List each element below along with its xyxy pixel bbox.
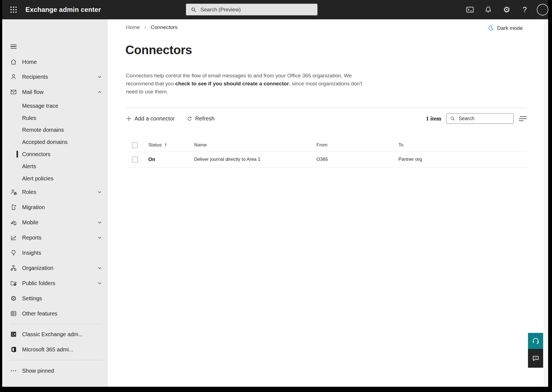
sidebar-item-accepted-domains[interactable]: Accepted domains	[2, 136, 108, 148]
sidebar-item-recipients[interactable]: Recipients	[2, 69, 108, 84]
chevron-down-icon	[97, 190, 102, 194]
table-grid-icon	[10, 310, 17, 317]
mail-icon	[10, 88, 17, 96]
sidebar-item-migration[interactable]: Migration	[2, 200, 108, 215]
left-navigation: Home Recipients Mail flow Message trace …	[2, 19, 108, 387]
column-header-name[interactable]: Name	[194, 142, 316, 148]
select-all-checkbox[interactable]	[132, 142, 138, 148]
ellipsis-icon	[10, 367, 17, 374]
list-toolbar: Add a connector Refresh 1 item	[126, 111, 527, 126]
chevron-down-icon	[97, 235, 102, 240]
sidebar-item-alert-policies[interactable]: Alert policies	[2, 172, 108, 185]
page-title: Connectors	[125, 43, 192, 57]
sidebar-item-remote-domains[interactable]: Remote domains	[2, 124, 108, 136]
chevron-down-icon	[97, 220, 102, 225]
sidebar-item-other-features[interactable]: Other features	[2, 306, 108, 321]
row-name-link[interactable]: Deliver journal directly to Area 1	[194, 157, 316, 162]
headset-icon	[532, 337, 540, 345]
search-icon	[450, 116, 455, 121]
sidebar-item-alerts[interactable]: Alerts	[2, 160, 108, 172]
line-chart-icon	[10, 234, 17, 241]
chevron-down-icon	[97, 265, 102, 270]
column-header-to[interactable]: To	[398, 142, 527, 148]
sidebar-item-reports[interactable]: Reports	[2, 230, 108, 245]
global-search-box[interactable]	[186, 4, 318, 15]
sidebar-item-insights[interactable]: Insights	[2, 245, 108, 260]
dark-mode-label: Dark mode	[497, 25, 523, 31]
sidebar-item-mobile[interactable]: Mobile	[2, 215, 108, 230]
connectors-table: Status ↑ Name From To On Deliver journal…	[126, 139, 527, 168]
search-icon	[191, 7, 197, 13]
plus-icon	[126, 116, 132, 122]
cloud-shell-icon[interactable]	[464, 0, 476, 19]
exchange-logo-icon	[10, 331, 17, 338]
refresh-icon	[186, 115, 192, 122]
microsoft-365-logo-icon	[10, 346, 17, 353]
item-count: 1 item	[426, 115, 441, 122]
person-briefcase-icon	[10, 188, 17, 196]
home-icon	[10, 58, 17, 65]
sidebar-item-home[interactable]: Home	[2, 54, 108, 69]
sidebar-item-classic-exchange[interactable]: Classic Exchange adm...	[2, 327, 108, 342]
nav-collapse-icon[interactable]	[10, 44, 17, 50]
create-connector-check-link[interactable]: check to see if you should create a conn…	[175, 81, 289, 86]
sidebar-item-roles[interactable]: Roles	[2, 185, 108, 199]
scrollbar-track[interactable]	[544, 19, 548, 387]
breadcrumb-home-link[interactable]: Home	[126, 24, 140, 30]
sidebar-item-organization[interactable]: Organization	[2, 261, 108, 275]
sidebar-divider	[10, 360, 103, 360]
gear-icon: ⚙	[10, 295, 17, 302]
settings-gear-icon[interactable]: ⚙	[501, 0, 512, 19]
refresh-button[interactable]: Refresh	[186, 115, 215, 122]
breadcrumb-chevron-icon	[144, 26, 147, 29]
sidebar-item-public-folders[interactable]: Public folders	[2, 276, 108, 291]
top-app-bar: Exchange admin center ⚙ ?	[2, 0, 548, 19]
sidebar-item-show-pinned[interactable]: Show pinned	[2, 363, 108, 378]
main-content: Home Connectors Dark mode Connectors Con…	[108, 19, 544, 387]
folder-globe-icon	[10, 280, 17, 287]
feedback-button[interactable]	[528, 349, 543, 368]
chevron-up-icon	[97, 90, 102, 94]
row-from: O365	[316, 157, 398, 162]
account-avatar[interactable]	[536, 0, 549, 19]
sidebar-item-mail-flow[interactable]: Mail flow	[2, 85, 108, 99]
moon-icon	[488, 25, 494, 31]
row-status: On	[148, 157, 155, 162]
mobile-stats-icon	[10, 219, 17, 226]
list-search-box[interactable]	[446, 113, 514, 124]
sidebar-item-microsoft-365-admin[interactable]: Microsoft 365 admi...	[2, 342, 108, 357]
row-to: Partner org	[398, 157, 527, 162]
table-row[interactable]: On Deliver journal directly to Area 1 O3…	[126, 151, 527, 168]
person-icon	[10, 73, 17, 80]
sidebar-item-settings[interactable]: ⚙ Settings	[2, 291, 108, 306]
column-header-from[interactable]: From	[316, 142, 398, 148]
add-connector-button[interactable]: Add a connector	[126, 115, 175, 122]
table-header-row: Status ↑ Name From To	[126, 139, 527, 151]
list-search-input[interactable]	[458, 115, 513, 122]
sidebar-item-message-trace[interactable]: Message trace	[2, 100, 108, 112]
breadcrumb-current: Connectors	[151, 24, 178, 30]
toolbar-divider	[126, 108, 527, 108]
global-search-input[interactable]	[200, 6, 317, 13]
chevron-down-icon	[97, 281, 102, 286]
row-checkbox[interactable]	[132, 157, 138, 162]
app-title: Exchange admin center	[25, 0, 101, 19]
chevron-down-icon	[97, 74, 102, 79]
support-button[interactable]	[528, 333, 543, 349]
page-description: Connectors help control the flow of emai…	[126, 72, 402, 96]
sidebar-divider	[10, 324, 103, 324]
lightbulb-icon	[10, 249, 17, 256]
breadcrumb: Home Connectors	[126, 24, 178, 31]
filter-icon[interactable]	[519, 115, 527, 122]
app-launcher-icon[interactable]	[7, 3, 20, 16]
help-icon[interactable]: ?	[519, 0, 530, 19]
notifications-bell-icon[interactable]	[483, 0, 494, 19]
feedback-bubble-icon	[532, 354, 540, 362]
column-header-status[interactable]: Status ↑	[142, 142, 194, 148]
sidebar-item-rules[interactable]: Rules	[2, 112, 108, 124]
dark-mode-toggle[interactable]: Dark mode	[488, 25, 523, 31]
document-arrow-icon	[10, 204, 17, 211]
org-tree-icon	[10, 264, 17, 272]
sidebar-item-connectors[interactable]: Connectors	[2, 148, 108, 160]
sort-ascending-icon: ↑	[164, 143, 167, 148]
